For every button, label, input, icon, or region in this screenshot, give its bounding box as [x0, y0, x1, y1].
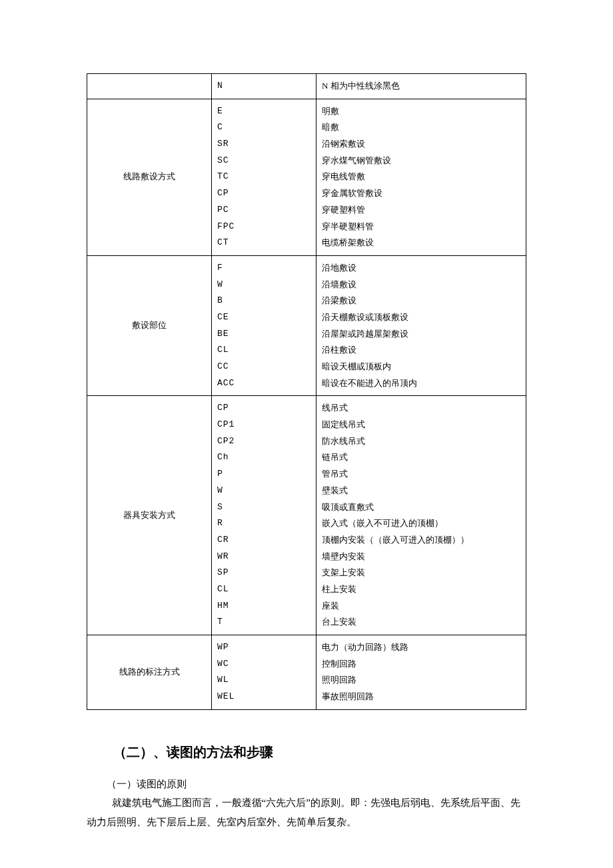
description-value: 沿钢索敷设: [322, 136, 520, 153]
table-row: 线路敷设方式ECSRSCTCCPPCFPCCT明敷暗敷沿钢索敷设穿水煤气钢管敷设…: [87, 99, 526, 255]
table-row: 敷设部位FWBCEBECLCCACC沿地敷设沿墙敷设沿梁敷设沿天棚敷设或顶板敷设…: [87, 255, 526, 396]
description-value: 沿梁敷设: [322, 293, 520, 309]
table-row: 器具安装方式CPCP1CP2ChPWSRCRWRSPCLHMT线吊式固定线吊式防…: [87, 396, 526, 635]
code-value: SR: [217, 136, 310, 153]
description-cell: 沿地敷设沿墙敷设沿梁敷设沿天棚敷设或顶板敷设沿屋架或跨越屋架敷设沿柱敷设暗设天棚…: [316, 255, 526, 396]
table-row: 线路的标注方式WPWCWLWEL电力（动力回路）线路控制回路照明回路事故照明回路: [87, 635, 526, 710]
description-value: N 相为中性线涂黑色: [322, 78, 520, 95]
code-value: CL: [217, 581, 310, 598]
code-value: ACC: [217, 375, 310, 392]
table-row: NN 相为中性线涂黑色: [87, 74, 526, 99]
code-value: TC: [217, 169, 310, 185]
code-value: W: [217, 483, 310, 499]
code-value: CC: [217, 359, 310, 375]
description-value: 穿金属软管敷设: [322, 185, 520, 202]
code-value: WP: [217, 639, 310, 656]
reference-table: NN 相为中性线涂黑色线路敷设方式ECSRSCTCCPPCFPCCT明敷暗敷沿钢…: [87, 73, 526, 710]
code-value: W: [217, 277, 310, 293]
code-value: CP1: [217, 417, 310, 433]
category-cell: 线路敷设方式: [87, 99, 212, 255]
paragraph-principle-body: 就建筑电气施工图而言，一般遵循“六先六后”的原则。即：先强电后弱电、先系统后平面…: [87, 793, 526, 831]
code-value: HM: [217, 598, 310, 615]
code-value: T: [217, 614, 310, 631]
description-value: 顶棚内安装（（嵌入可进入的顶棚））: [322, 532, 520, 549]
code-value: PC: [217, 202, 310, 219]
paragraph-principle-heading: （一）读图的原则: [87, 775, 526, 794]
code-value: R: [217, 515, 310, 532]
code-value: N: [217, 78, 310, 95]
category-cell: [87, 74, 212, 99]
description-value: 壁装式: [322, 483, 520, 499]
description-value: 明敷: [322, 103, 520, 120]
codes-cell: ECSRSCTCCPPCFPCCT: [212, 99, 316, 255]
code-value: SC: [217, 153, 310, 169]
description-value: 链吊式: [322, 449, 520, 466]
code-value: CR: [217, 532, 310, 549]
description-value: 穿半硬塑料管: [322, 219, 520, 235]
code-value: CP2: [217, 433, 310, 450]
description-value: 电力（动力回路）线路: [322, 639, 520, 656]
description-value: 沿墙敷设: [322, 277, 520, 293]
codes-cell: FWBCEBECLCCACC: [212, 255, 316, 396]
code-value: WL: [217, 672, 310, 689]
description-value: 线吊式: [322, 400, 520, 417]
description-value: 管吊式: [322, 466, 520, 483]
code-value: CP: [217, 185, 310, 202]
code-value: F: [217, 260, 310, 277]
description-value: 沿地敷设: [322, 260, 520, 277]
code-value: FPC: [217, 219, 310, 235]
description-value: 事故照明回路: [322, 689, 520, 705]
description-value: 暗设在不能进入的吊顶内: [322, 375, 520, 392]
codes-cell: CPCP1CP2ChPWSRCRWRSPCLHMT: [212, 396, 316, 635]
code-value: C: [217, 119, 310, 136]
description-value: 座装: [322, 598, 520, 615]
description-value: 控制回路: [322, 656, 520, 673]
category-cell: 敷设部位: [87, 255, 212, 396]
code-value: CL: [217, 342, 310, 359]
section-heading: （二）、读图的方法和步骤: [113, 743, 526, 761]
code-value: WR: [217, 549, 310, 565]
description-value: 暗敷: [322, 119, 520, 136]
codes-cell: N: [212, 74, 316, 99]
description-cell: 电力（动力回路）线路控制回路照明回路事故照明回路: [316, 635, 526, 710]
description-cell: N 相为中性线涂黑色: [316, 74, 526, 99]
code-value: Ch: [217, 449, 310, 466]
document-page: NN 相为中性线涂黑色线路敷设方式ECSRSCTCCPPCFPCCT明敷暗敷沿钢…: [0, 0, 613, 868]
description-value: 台上安装: [322, 614, 520, 631]
description-value: 穿水煤气钢管敷设: [322, 153, 520, 169]
code-value: P: [217, 466, 310, 483]
description-value: 支架上安装: [322, 565, 520, 581]
description-value: 沿天棚敷设或顶板敷设: [322, 309, 520, 326]
code-value: S: [217, 499, 310, 516]
code-value: CP: [217, 400, 310, 417]
description-value: 嵌入式（嵌入不可进入的顶棚）: [322, 515, 520, 532]
code-value: CT: [217, 235, 310, 251]
code-value: B: [217, 293, 310, 309]
description-value: 照明回路: [322, 672, 520, 689]
code-value: WEL: [217, 689, 310, 705]
description-cell: 明敷暗敷沿钢索敷设穿水煤气钢管敷设穿电线管敷穿金属软管敷设穿硬塑料管穿半硬塑料管…: [316, 99, 526, 255]
description-value: 电缆桥架敷设: [322, 235, 520, 251]
description-value: 沿屋架或跨越屋架敷设: [322, 326, 520, 343]
code-value: WC: [217, 656, 310, 673]
description-value: 吸顶或直敷式: [322, 499, 520, 516]
description-value: 暗设天棚或顶板内: [322, 359, 520, 375]
description-value: 穿电线管敷: [322, 169, 520, 185]
code-value: E: [217, 103, 310, 120]
description-value: 穿硬塑料管: [322, 202, 520, 219]
description-value: 柱上安装: [322, 581, 520, 598]
description-cell: 线吊式固定线吊式防水线吊式链吊式管吊式壁装式吸顶或直敷式嵌入式（嵌入不可进入的顶…: [316, 396, 526, 635]
codes-cell: WPWCWLWEL: [212, 635, 316, 710]
code-value: SP: [217, 565, 310, 581]
description-value: 墙壁内安装: [322, 549, 520, 565]
code-value: CE: [217, 309, 310, 326]
description-value: 防水线吊式: [322, 433, 520, 450]
category-cell: 器具安装方式: [87, 396, 212, 635]
category-cell: 线路的标注方式: [87, 635, 212, 710]
description-value: 沿柱敷设: [322, 342, 520, 359]
description-value: 固定线吊式: [322, 417, 520, 433]
code-value: BE: [217, 326, 310, 343]
